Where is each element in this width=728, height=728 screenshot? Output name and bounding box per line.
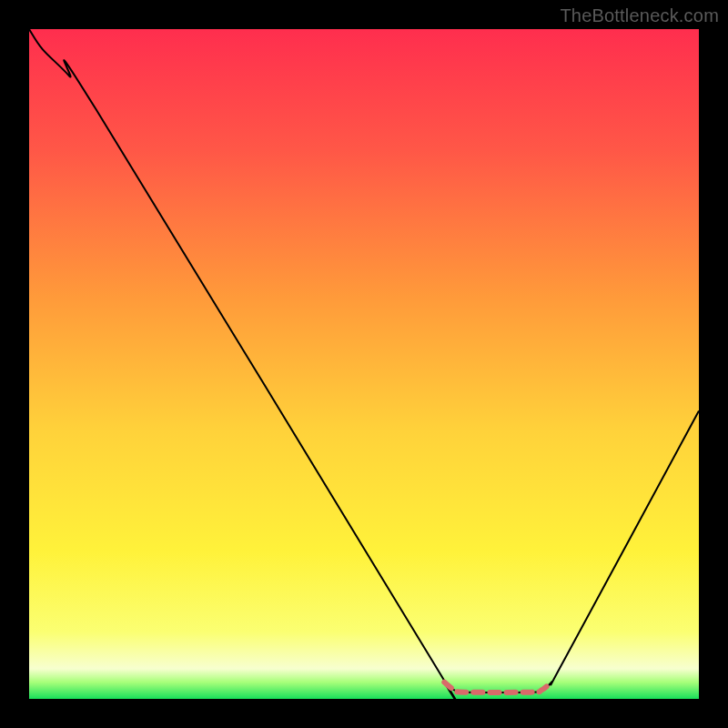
watermark-text: TheBottleneck.com [560,5,719,26]
chart-svg [29,29,699,699]
chart-plot-area [29,29,699,699]
